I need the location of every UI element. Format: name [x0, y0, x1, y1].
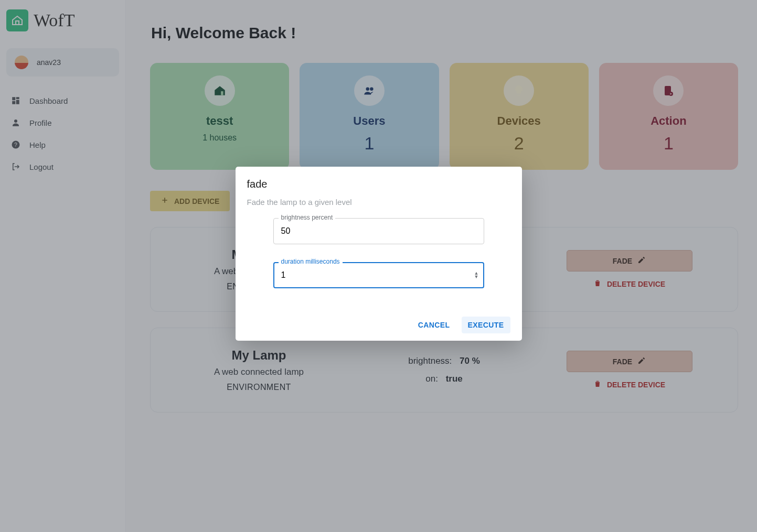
fade-dialog: fade Fade the lamp to a given level brig… [236, 167, 522, 341]
duration-field: duration milliseconds ▲ ▼ [273, 262, 484, 288]
modal-overlay[interactable]: fade Fade the lamp to a given level brig… [0, 0, 757, 532]
dialog-title: fade [247, 178, 510, 190]
cancel-button[interactable]: CANCEL [412, 317, 456, 333]
dialog-desc: Fade the lamp to a given level [247, 198, 510, 207]
number-spinner[interactable]: ▲ ▼ [474, 272, 479, 279]
brightness-field-label: brightness percent [279, 214, 336, 221]
brightness-input[interactable] [273, 218, 484, 244]
brightness-field: brightness percent [273, 218, 484, 244]
duration-input[interactable] [273, 262, 484, 288]
execute-button[interactable]: EXECUTE [462, 317, 510, 333]
duration-field-label: duration milliseconds [279, 258, 343, 265]
spinner-down-icon[interactable]: ▼ [474, 275, 479, 279]
